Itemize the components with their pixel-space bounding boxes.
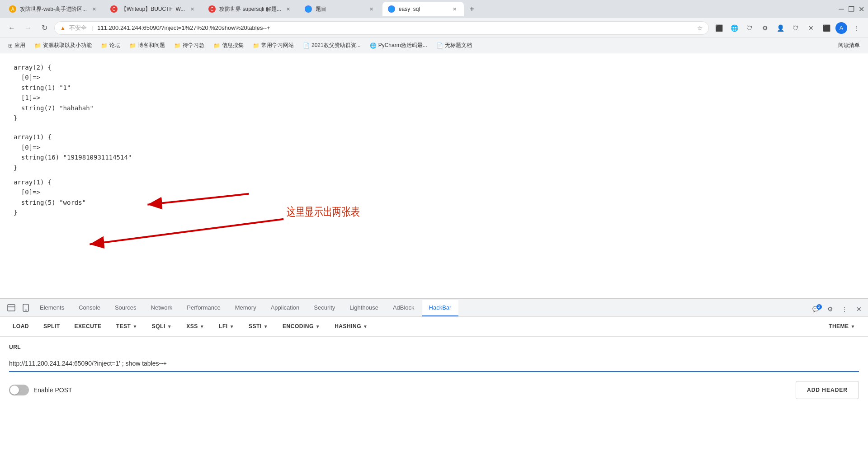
bookmark-blog[interactable]: 📁 博客和问题 — [126, 40, 169, 51]
tab-5-close[interactable]: ✕ — [451, 5, 458, 13]
hackbar-xss-button[interactable]: XSS ▼ — [181, 320, 210, 333]
tab-4-title: 题目 — [316, 5, 364, 13]
tab-5[interactable]: 🌐 easy_sql ✕ — [382, 2, 464, 16]
tab-2-close[interactable]: ✕ — [189, 5, 196, 13]
bookmark-untitled[interactable]: 📄 无标题文档 — [433, 40, 476, 51]
hackbar-url-label: URL — [9, 344, 859, 350]
hackbar-test-button[interactable]: TEST ▼ — [111, 320, 143, 333]
bookmark-info[interactable]: 📁 信息搜集 — [210, 40, 247, 51]
bookmark-learning[interactable]: 📁 待学习急 — [170, 40, 208, 51]
tab-network[interactable]: Network — [144, 300, 180, 316]
tab-sources[interactable]: Sources — [108, 300, 144, 316]
devtools-comment-button[interactable]: 💬 2 — [810, 304, 821, 315]
reload-button[interactable]: ↻ — [38, 22, 51, 34]
ext2-icon[interactable]: 🌐 — [728, 22, 741, 34]
hackbar-execute-button[interactable]: EXECUTE — [69, 320, 107, 333]
tab-4[interactable]: 🌐 题目 ✕ — [299, 2, 381, 16]
tab-application[interactable]: Application — [264, 300, 307, 316]
enable-post-toggle-container: Enable POST — [9, 385, 72, 395]
bookmark-pycharm[interactable]: 🌐 PyCharm激活码最... — [366, 40, 431, 51]
svg-rect-4 — [8, 305, 15, 311]
ext6-icon[interactable]: 🛡 — [789, 22, 802, 34]
devtools-settings-button[interactable]: ⚙ — [825, 304, 835, 315]
hackbar-url-input[interactable] — [9, 356, 859, 372]
tab-adblock[interactable]: AdBlock — [386, 300, 422, 316]
hackbar-theme-button[interactable]: THEME ▼ — [823, 320, 861, 333]
restore-button[interactable]: ❐ — [848, 6, 854, 12]
tab-3-title: 攻防世界 supersqli 解题... — [219, 5, 281, 13]
tab-security[interactable]: Security — [307, 300, 342, 316]
toolbar-icons: ⬛ 🌐 🛡 ⚙ 👤 🛡 ✕ ⬛ A ⋮ — [712, 22, 863, 34]
ssti-dropdown-icon: ▼ — [264, 324, 268, 329]
url-bar[interactable]: ▲ 不安全 | 111.200.241.244:65090/?inject=1%… — [54, 21, 709, 35]
enable-post-toggle[interactable] — [9, 385, 29, 395]
devtools-more-button[interactable]: ⋮ — [839, 304, 850, 315]
ext8-icon[interactable]: ⬛ — [820, 22, 833, 34]
extensions-icon[interactable]: ⬛ — [712, 22, 725, 34]
tab-lighthouse[interactable]: Lighthouse — [342, 300, 386, 316]
hackbar-load-button[interactable]: LOAD — [7, 320, 34, 333]
hackbar-body: URL Enable POST ADD HEADER — [0, 337, 868, 406]
encoding-dropdown-icon: ▼ — [316, 324, 320, 329]
title-bar: A 攻防世界-web-高手进阶区... ✕ C 【Writeup】BUUCTF_… — [0, 0, 868, 18]
bookmark-sites[interactable]: 📁 常用学习网站 — [249, 40, 297, 51]
ext5-icon[interactable]: 👤 — [774, 22, 787, 34]
add-header-button[interactable]: ADD HEADER — [796, 381, 859, 399]
tab-3-favicon: C — [208, 5, 216, 13]
enable-post-label: Enable POST — [33, 386, 72, 394]
devtools-close-button[interactable]: ✕ — [854, 304, 864, 315]
hackbar-ssti-button[interactable]: SSTI ▼ — [243, 320, 274, 333]
tab-hackbar[interactable]: HackBar — [422, 300, 459, 316]
profile-icon[interactable]: A — [835, 22, 847, 34]
tab-elements[interactable]: Elements — [33, 300, 71, 316]
tab-memory[interactable]: Memory — [228, 300, 264, 316]
xss-dropdown-icon: ▼ — [200, 324, 204, 329]
menu-button[interactable]: ⋮ — [850, 22, 863, 34]
tab-performance[interactable]: Performance — [179, 300, 227, 316]
window-controls: ─ ❐ ✕ — [838, 6, 864, 12]
hackbar-panel: LOAD SPLIT EXECUTE TEST ▼ SQLI ▼ XSS ▼ L… — [0, 317, 868, 461]
bookmark-forum[interactable]: 📁 论坛 — [97, 40, 124, 51]
tab-5-title: easy_sql — [399, 6, 448, 12]
bookmark-apps[interactable]: ⊞ 应用 — [5, 40, 29, 51]
devtools-dock-icon[interactable] — [4, 300, 19, 316]
tab-2-favicon: C — [110, 5, 118, 13]
hashing-dropdown-icon: ▼ — [363, 324, 368, 329]
devtools-panel: Elements Console Sources Network Perform… — [0, 298, 868, 461]
bookmark-star[interactable]: ☆ — [697, 24, 703, 32]
bookmark-doc1[interactable]: 📄 2021教父赞助群资... — [299, 40, 364, 51]
sqli-dropdown-icon: ▼ — [167, 324, 172, 329]
reading-list-button[interactable]: 阅读清单 — [835, 40, 863, 51]
test-dropdown-icon: ▼ — [132, 324, 137, 329]
close-button[interactable]: ✕ — [858, 6, 864, 12]
tab-1[interactable]: A 攻防世界-web-高手进阶区... ✕ — [4, 2, 103, 16]
hackbar-lfi-button[interactable]: LFI ▼ — [213, 320, 240, 333]
ext3-icon[interactable]: 🛡 — [743, 22, 756, 34]
web-area: array(2) { [0]=> string(1) "1" [1]=> str… — [0, 53, 868, 298]
new-tab-button[interactable]: + — [466, 3, 478, 15]
hackbar-post-row: Enable POST ADD HEADER — [9, 381, 859, 399]
minimize-button[interactable]: ─ — [838, 6, 844, 12]
ext7-icon[interactable]: ✕ — [805, 22, 817, 34]
bookmark-resources[interactable]: 📁 资源获取以及小功能 — [31, 40, 95, 51]
tab-console[interactable]: Console — [71, 300, 108, 316]
hackbar-hashing-button[interactable]: HASHING ▼ — [329, 320, 373, 333]
tab-4-favicon: 🌐 — [305, 5, 312, 13]
devtools-tabs-bar: Elements Console Sources Network Perform… — [0, 299, 868, 317]
tab-3[interactable]: C 攻防世界 supersqli 解题... ✕ — [203, 2, 297, 16]
code-block-2: array(1) { [0]=> string(16) "19198109311… — [14, 132, 854, 173]
theme-dropdown-icon: ▼ — [851, 324, 855, 329]
tab-4-close[interactable]: ✕ — [368, 5, 375, 13]
forward-button[interactable]: → — [22, 22, 34, 34]
devtools-mobile-icon[interactable] — [19, 300, 33, 316]
hackbar-split-button[interactable]: SPLIT — [38, 320, 66, 333]
hackbar-sqli-button[interactable]: SQLI ▼ — [146, 320, 177, 333]
tab-3-close[interactable]: ✕ — [285, 5, 292, 13]
hackbar-toolbar: LOAD SPLIT EXECUTE TEST ▼ SQLI ▼ XSS ▼ L… — [0, 317, 868, 337]
hackbar-encoding-button[interactable]: ENCODING ▼ — [277, 320, 326, 333]
address-bar: ← → ↻ ▲ 不安全 | 111.200.241.244:65090/?inj… — [0, 18, 868, 38]
ext4-icon[interactable]: ⚙ — [759, 22, 771, 34]
tab-1-close[interactable]: ✕ — [90, 5, 98, 13]
tab-2[interactable]: C 【Writeup】BUUCTF_W... ✕ — [105, 2, 201, 16]
back-button[interactable]: ← — [5, 22, 18, 34]
